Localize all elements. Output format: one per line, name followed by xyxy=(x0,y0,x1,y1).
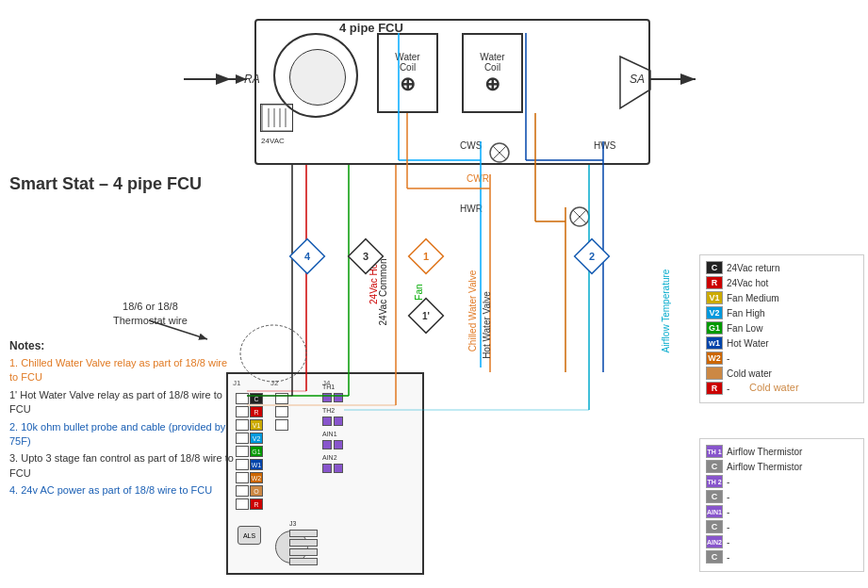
main-title: Smart Stat – 4 pipe FCU xyxy=(9,174,202,194)
transformer-label: 24VAC xyxy=(261,137,285,145)
notes-title: Notes: xyxy=(9,339,236,352)
diagram-area: 4 pipe FCU WaterCoil ⊕ WaterCoil ⊕ RA SA xyxy=(0,0,868,588)
terminal-strip-middle xyxy=(275,393,288,431)
sa-arrow-svg xyxy=(648,68,705,90)
connector-legend: TH 1 Airflow Thermistor C Airflow Thermi… xyxy=(699,438,864,572)
svg-line-35 xyxy=(573,210,586,223)
svg-rect-53 xyxy=(409,239,444,274)
svg-text:4: 4 xyxy=(304,251,311,262)
transformer-svg xyxy=(261,104,292,132)
svg-text:24Vac Hot: 24Vac Hot xyxy=(368,261,379,304)
thermostat-wire-label: 18/6 or 18/8 Thermostat wire xyxy=(113,300,188,329)
svg-rect-57 xyxy=(575,239,610,274)
svg-rect-61 xyxy=(290,239,325,274)
svg-text:24Vac Common: 24Vac Common xyxy=(378,259,388,326)
svg-text:3: 3 xyxy=(363,251,368,262)
ra-arrow: RA xyxy=(184,68,260,90)
notes-section: Notes: 1. Chilled Water Valve relay as p… xyxy=(9,339,236,501)
svg-line-34 xyxy=(573,210,586,223)
svg-rect-59 xyxy=(349,239,384,274)
svg-text:Airflow Temperature: Airflow Temperature xyxy=(661,269,671,352)
sa-arrow: SA xyxy=(630,68,705,90)
note-3: 3. Upto 3 stage fan control as part of 1… xyxy=(9,451,236,481)
svg-text:Fan: Fan xyxy=(414,284,424,300)
transformer xyxy=(260,104,293,132)
note-1p: 1' Hot Water Valve relay as part of 18/8… xyxy=(9,388,236,417)
fan-inner xyxy=(289,49,346,106)
control-board: J1 J2 J4 C R V1 V2 G1 xyxy=(226,372,424,575)
svg-point-33 xyxy=(570,207,589,226)
j3-label: J3 xyxy=(289,520,296,527)
svg-rect-55 xyxy=(409,299,444,334)
svg-text:2: 2 xyxy=(589,251,595,262)
j4-connectors: TH1 TH2 AIN1 AIN2 xyxy=(322,384,343,473)
svg-text:HWR: HWR xyxy=(460,204,483,214)
legend-box: C 24Vac return R 24Vac hot V1 Fan Medium… xyxy=(699,254,864,403)
ra-label: RA xyxy=(244,73,260,86)
sa-label: SA xyxy=(630,73,645,86)
coil-box-2: WaterCoil ⊕ xyxy=(462,33,523,113)
note-1: 1. Chilled Water Valve relay as part of … xyxy=(9,356,236,385)
svg-text:CWR: CWR xyxy=(467,173,489,184)
note-4: 4. 24v AC power as part of 18/8 wire to … xyxy=(9,483,236,498)
svg-text:Hot Water Valve: Hot Water Valve xyxy=(482,291,492,359)
svg-rect-4 xyxy=(262,105,292,131)
ra-arrow-svg xyxy=(184,68,240,90)
svg-text:1: 1 xyxy=(423,251,429,262)
coil-box-1: WaterCoil ⊕ xyxy=(377,33,438,113)
terminal-strip-left: C R V1 V2 G1 W1 xyxy=(236,393,263,510)
reset-button: ALS xyxy=(237,526,261,545)
svg-text:Chilled Water Valve: Chilled Water Valve xyxy=(467,270,478,351)
svg-text:1': 1' xyxy=(422,311,430,321)
note-2: 2. 10k ohm bullet probe and cable (provi… xyxy=(9,420,236,449)
